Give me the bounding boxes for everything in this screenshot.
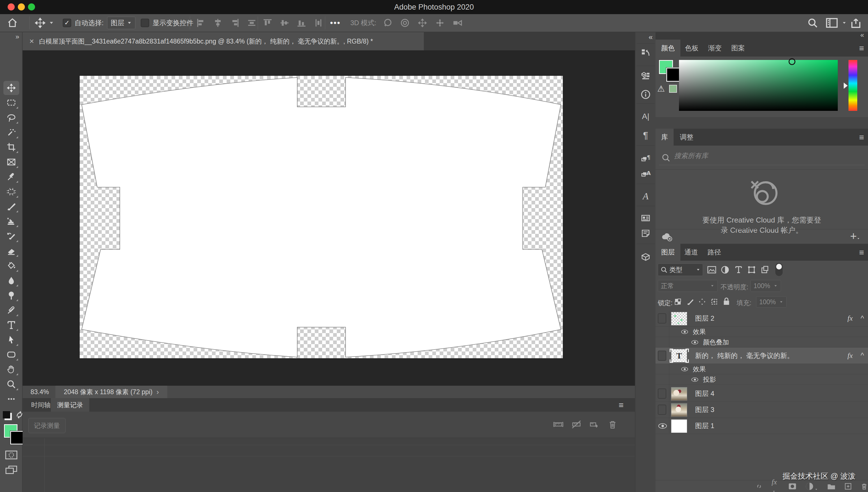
eyedropper-tool[interactable] — [3, 170, 19, 184]
link-layers-icon[interactable] — [755, 482, 763, 491]
layer-thumbnail[interactable] — [672, 420, 687, 433]
pen-tool[interactable] — [3, 303, 19, 317]
expand-panels-button[interactable]: « — [649, 33, 652, 42]
new-layer-icon[interactable] — [844, 482, 852, 491]
new-adjustment-layer-icon[interactable] — [805, 482, 819, 491]
library-search-input[interactable] — [674, 152, 827, 160]
export-measurements-icon[interactable] — [589, 419, 600, 430]
layer-row-2[interactable]: 图层 2 fx ^ — [656, 311, 868, 326]
lasso-tool[interactable] — [3, 110, 19, 125]
3d-orbit-icon[interactable] — [382, 18, 393, 28]
distribute-horizontal-icon[interactable] — [247, 18, 257, 28]
record-measurements-button[interactable]: 记录测量 — [28, 418, 65, 433]
zoom-level[interactable]: 83.4% — [30, 388, 49, 396]
show-transform-checkbox[interactable] — [141, 19, 149, 27]
measurement-log-table[interactable] — [23, 438, 635, 492]
magic-wand-tool[interactable] — [3, 125, 19, 140]
visibility-checkbox[interactable] — [658, 404, 666, 415]
path-selection-tool[interactable] — [3, 333, 19, 347]
search-button[interactable] — [807, 14, 818, 32]
filter-adjustment-layers-icon[interactable] — [720, 265, 730, 274]
layer-row-1[interactable]: 图层 1 — [656, 418, 868, 434]
color-field[interactable] — [679, 60, 838, 111]
crop-tool[interactable] — [3, 140, 19, 154]
filter-pixel-layers-icon[interactable] — [707, 266, 716, 274]
visibility-checkbox[interactable] — [658, 389, 666, 399]
align-right-icon[interactable] — [230, 18, 240, 28]
align-left-icon[interactable] — [196, 18, 206, 28]
tab-channels[interactable]: 通道 — [679, 244, 704, 261]
character-panel-icon[interactable]: A| — [639, 110, 652, 123]
tab-layers[interactable]: 图层 — [656, 244, 680, 261]
more-options-button[interactable]: ••• — [330, 14, 341, 32]
eye-icon[interactable] — [691, 377, 698, 382]
layer-2-effects-row[interactable]: 效果 — [656, 326, 868, 337]
close-tab-icon[interactable]: × — [29, 37, 34, 46]
libraries-panel-menu-icon[interactable]: ≡ — [859, 132, 864, 142]
paragraph-panel-icon[interactable]: ¶ — [639, 129, 652, 141]
lock-image-pixels-icon[interactable] — [686, 297, 694, 306]
3d-roll-icon[interactable] — [399, 18, 410, 28]
cloud-offline-icon[interactable] — [661, 231, 674, 242]
filter-type-layers-icon[interactable] — [734, 265, 743, 274]
hand-tool[interactable] — [3, 362, 19, 376]
healing-patch-tool[interactable] — [3, 184, 19, 199]
rectangular-marquee-tool[interactable] — [3, 96, 19, 110]
tab-gradients[interactable]: 渐变 — [703, 40, 727, 56]
filter-shape-layers-icon[interactable] — [747, 265, 756, 274]
text-layer-drop-shadow-row[interactable]: 投影 — [656, 374, 868, 385]
history-brush-tool[interactable] — [3, 229, 19, 243]
screen-mode-icon[interactable] — [5, 465, 18, 475]
history-panel-icon[interactable] — [639, 47, 652, 59]
canvas-viewport[interactable] — [23, 50, 635, 386]
background-color-swatch[interactable] — [10, 431, 24, 444]
frame-tool[interactable] — [3, 155, 19, 169]
info-panel-icon[interactable] — [639, 88, 652, 101]
share-button[interactable] — [850, 14, 862, 32]
eye-icon[interactable] — [691, 340, 698, 344]
shape-tool[interactable] — [3, 347, 19, 362]
background-color-swatch[interactable] — [666, 68, 680, 82]
properties-panel-icon[interactable] — [639, 70, 652, 82]
gamut-warning-icon[interactable]: ⚠ — [657, 84, 665, 94]
opacity-dropdown[interactable]: 100% — [751, 280, 781, 292]
fx-badge[interactable]: fx — [847, 351, 853, 360]
blend-mode-dropdown[interactable]: 正常 — [658, 280, 718, 292]
layer-2-color-overlay-row[interactable]: 颜色叠加 — [656, 337, 868, 347]
fx-badge[interactable]: fx — [847, 314, 853, 323]
delete-layer-icon[interactable] — [860, 482, 868, 491]
character-styles-panel-icon[interactable]: A — [639, 167, 652, 180]
start-ruler-icon[interactable] — [553, 419, 564, 430]
edit-toolbar-button[interactable] — [3, 392, 19, 406]
3d-dolly-camera-icon[interactable] — [452, 18, 463, 28]
layer-row-4[interactable]: 图层 4 — [656, 386, 868, 402]
tab-paths[interactable]: 路径 — [702, 244, 727, 261]
dodge-tool[interactable] — [3, 288, 19, 302]
3d-panel-icon[interactable] — [639, 250, 652, 263]
distribute-vertical-icon[interactable] — [314, 18, 323, 28]
layer-row-3[interactable]: 图层 3 — [656, 402, 868, 418]
align-top-icon[interactable] — [263, 18, 272, 28]
layer-name[interactable]: 图层 3 — [695, 405, 714, 414]
clone-stamp-tool[interactable] — [3, 214, 19, 228]
paint-bucket-tool[interactable] — [3, 259, 19, 273]
text-layer-thumbnail[interactable]: T — [672, 349, 687, 362]
layer-thumbnail[interactable] — [672, 403, 687, 417]
deselect-measurement-icon[interactable] — [571, 419, 582, 430]
default-colors-icon[interactable] — [3, 411, 10, 418]
notes-panel-icon[interactable] — [639, 227, 652, 240]
color-panel-menu-icon[interactable]: ≡ — [859, 44, 864, 53]
hue-slider-pointer[interactable] — [844, 82, 848, 89]
lock-all-icon[interactable] — [722, 297, 731, 306]
text-layer-effects-row[interactable]: 效果 — [656, 364, 868, 374]
visibility-checkbox[interactable] — [658, 351, 666, 361]
tab-patterns[interactable]: 图案 — [726, 40, 751, 56]
visibility-checkbox[interactable] — [658, 313, 666, 323]
blur-tool[interactable] — [3, 273, 19, 288]
lock-transparent-pixels-icon[interactable] — [674, 297, 682, 306]
tab-libraries[interactable]: 库 — [656, 129, 674, 146]
lock-position-icon[interactable] — [698, 297, 706, 306]
quick-mask-icon[interactable] — [5, 450, 18, 460]
collapse-dock-icon[interactable]: « — [860, 31, 864, 39]
auto-select-dropdown[interactable]: 图层 — [107, 17, 135, 29]
